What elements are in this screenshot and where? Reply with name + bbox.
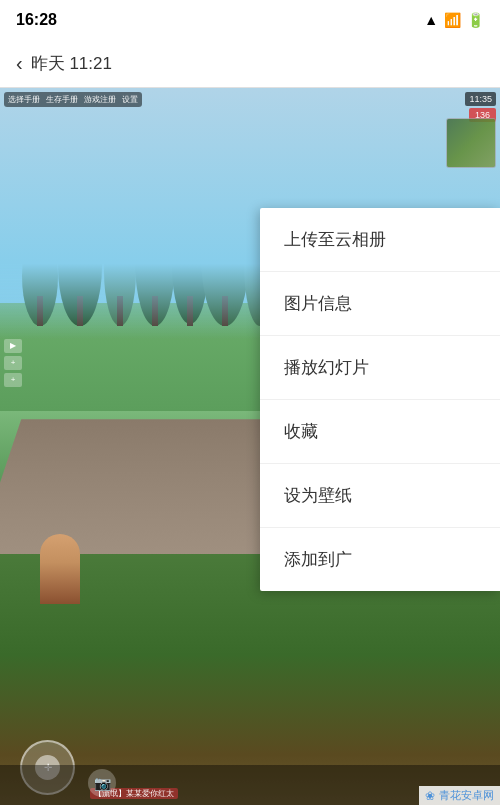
main-content: 选择手册 生存手册 游戏注册 设置 11:35 136 ▶ [0, 88, 500, 805]
hud-camera-btn[interactable]: 📷 [88, 769, 116, 797]
status-icons: ▲ 📶 🔋 [424, 12, 484, 28]
hud-item-4: 设置 [122, 94, 138, 105]
back-arrow-icon: ‹ [16, 52, 23, 75]
control-btn-2: + [4, 356, 22, 370]
hud-item-2: 生存手册 [46, 94, 78, 105]
control-btn-3: + [4, 373, 22, 387]
signal-icon: 📶 [444, 12, 461, 28]
wifi-icon: ▲ [424, 12, 438, 28]
menu-item-set-wallpaper[interactable]: 设为壁纸 [260, 464, 500, 528]
character-area [40, 524, 100, 604]
watermark-text: 青花安卓网 [439, 788, 494, 803]
game-hud-top: 选择手册 生存手册 游戏注册 设置 11:35 136 [0, 92, 500, 122]
hud-left-panel: 选择手册 生存手册 游戏注册 设置 [4, 92, 142, 107]
menu-item-add-to[interactable]: 添加到广 [260, 528, 500, 591]
status-time: 16:28 [16, 11, 57, 29]
battery-icon: 🔋 [467, 12, 484, 28]
minimap-inner [447, 119, 495, 167]
menu-item-favorite[interactable]: 收藏 [260, 400, 500, 464]
character-body [40, 534, 80, 604]
menu-item-slideshow[interactable]: 播放幻灯片 [260, 336, 500, 400]
hud-item-3: 游戏注册 [84, 94, 116, 105]
watermark-icon: ❀ [425, 789, 435, 803]
menu-item-upload-cloud[interactable]: 上传至云相册 [260, 208, 500, 272]
control-btn-1: ▶ [4, 339, 22, 353]
context-menu: 上传至云相册 图片信息 播放幻灯片 收藏 设为壁纸 添加到广 [260, 208, 500, 591]
watermark: ❀ 青花安卓网 [419, 786, 500, 805]
back-button[interactable]: ‹ 昨天 11:21 [16, 52, 112, 75]
nav-title: 昨天 11:21 [31, 52, 112, 75]
status-bar: 16:28 ▲ 📶 🔋 [0, 0, 500, 40]
hud-time: 11:35 [465, 92, 496, 106]
nav-bar: ‹ 昨天 11:21 [0, 40, 500, 88]
menu-item-image-info[interactable]: 图片信息 [260, 272, 500, 336]
hud-side-controls: ▶ + + [4, 339, 22, 387]
hud-item-1: 选择手册 [8, 94, 40, 105]
game-minimap [446, 118, 496, 168]
